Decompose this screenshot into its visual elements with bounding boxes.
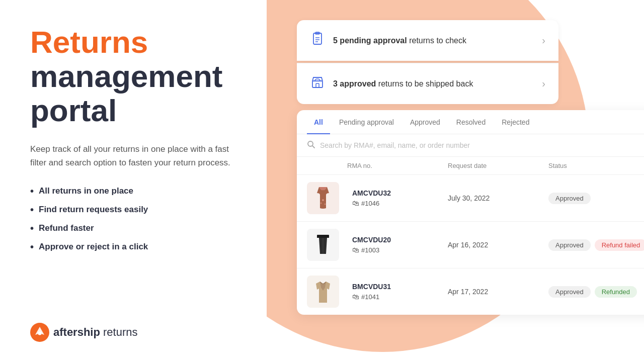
approved-icon — [310, 74, 325, 93]
rma-cell-1: AMCVDU32 🛍 #1046 — [347, 189, 448, 207]
hero-title-dark: management portal — [30, 59, 242, 128]
product-image-3 — [307, 276, 339, 308]
badge-approved-1: Approved — [548, 193, 591, 204]
col-status: Status — [548, 162, 644, 169]
status-cell-3: Approved Refunded — [548, 286, 644, 298]
rma-number-3: BMCVDU31 — [352, 283, 448, 291]
pending-chevron-icon: › — [542, 35, 545, 46]
hero-description: Keep track of all your returns in one pl… — [30, 142, 231, 169]
svg-point-13 — [320, 203, 322, 204]
rma-cell-2: CMCVDU20 🛍 #1003 — [347, 236, 448, 254]
col-rma: RMA no. — [347, 162, 448, 169]
search-input[interactable] — [320, 141, 644, 149]
aftership-icon — [30, 323, 49, 342]
badge-refund-failed: Refund failed — [595, 239, 644, 251]
table-row[interactable]: CMCVDU20 🛍 #1003 Apr 16, 2022 Approved R… — [297, 221, 644, 268]
order-number-3: 🛍 #1041 — [352, 293, 448, 301]
date-cell-1: July 30, 2022 — [448, 194, 548, 202]
badge-approved-3: Approved — [548, 286, 591, 298]
table-header: RMA no. Request date Status — [297, 157, 644, 174]
status-cell-1: Approved — [548, 193, 644, 204]
badge-refunded: Refunded — [595, 286, 637, 298]
pending-icon — [310, 31, 325, 50]
table-row[interactable]: AMCVDU32 🛍 #1046 July 30, 2022 Approved — [297, 174, 644, 221]
pending-card-content: 5 pending approval returns to check — [310, 31, 466, 50]
svg-rect-17 — [317, 235, 329, 238]
date-cell-2: Apr 16, 2022 — [448, 241, 548, 249]
badge-approved-2: Approved — [548, 239, 591, 251]
approved-card[interactable]: 3 approved returns to be shipped back › — [297, 63, 558, 104]
filter-tabs: All Pending approval Approved Resolved R… — [297, 110, 644, 134]
col-image — [307, 162, 347, 169]
rma-number-2: CMCVDU20 — [352, 236, 448, 244]
svg-point-1 — [38, 332, 42, 335]
tab-resolved[interactable]: Resolved — [449, 110, 493, 134]
tab-rejected[interactable]: Rejected — [495, 110, 536, 134]
search-icon — [307, 140, 315, 150]
pending-card-text: 5 pending approval returns to check — [333, 36, 466, 45]
search-bar — [297, 134, 644, 157]
left-panel: Returns management portal Keep track of … — [0, 0, 267, 362]
tab-all[interactable]: All — [307, 110, 330, 134]
cards-wrapper: 5 pending approval returns to check › — [297, 20, 644, 315]
approved-chevron-icon: › — [542, 78, 545, 89]
bullet-3: Refund faster — [30, 223, 242, 234]
svg-point-14 — [325, 204, 326, 205]
col-date: Request date — [448, 162, 548, 169]
pending-approval-card[interactable]: 5 pending approval returns to check › — [297, 20, 558, 61]
status-cell-2: Approved Refund failed — [548, 239, 644, 251]
order-number-1: 🛍 #1046 — [352, 199, 448, 207]
tab-approved[interactable]: Approved — [403, 110, 447, 134]
date-cell-3: Apr 17, 2022 — [448, 288, 548, 296]
order-number-2: 🛍 #1003 — [352, 246, 448, 254]
bag-icon: 🛍 — [352, 199, 359, 207]
bag-icon-3: 🛍 — [352, 293, 359, 301]
approved-card-content: 3 approved returns to be shipped back — [310, 74, 473, 93]
table-row[interactable]: BMCVDU31 🛍 #1041 Apr 17, 2022 Approved R… — [297, 268, 644, 315]
right-panel: 5 pending approval returns to check › — [267, 0, 644, 362]
bullet-2: Find return requests easily — [30, 204, 242, 216]
svg-line-10 — [312, 146, 314, 148]
rma-number-1: AMCVDU32 — [352, 189, 448, 197]
rma-cell-3: BMCVDU31 🛍 #1041 — [347, 283, 448, 301]
product-image-2 — [307, 229, 339, 261]
product-image-1 — [307, 182, 339, 214]
bullet-1: All returns in one place — [30, 186, 242, 197]
svg-rect-7 — [312, 81, 323, 87]
hero-title: Returns management portal — [30, 25, 242, 128]
brand-name: aftership returns — [53, 326, 138, 339]
svg-rect-8 — [316, 83, 319, 87]
approved-card-text: 3 approved returns to be shipped back — [333, 79, 473, 88]
bullet-4: Approve or reject in a click — [30, 241, 242, 253]
svg-rect-2 — [313, 33, 321, 44]
hero-title-orange: Returns — [30, 25, 148, 59]
tab-pending-approval[interactable]: Pending approval — [332, 110, 401, 134]
main-table-card: All Pending approval Approved Resolved R… — [297, 110, 644, 315]
svg-point-12 — [322, 199, 324, 201]
bag-icon-2: 🛍 — [352, 246, 359, 254]
brand-logo: aftership returns — [30, 323, 242, 342]
feature-list: All returns in one place Find return req… — [30, 186, 242, 253]
